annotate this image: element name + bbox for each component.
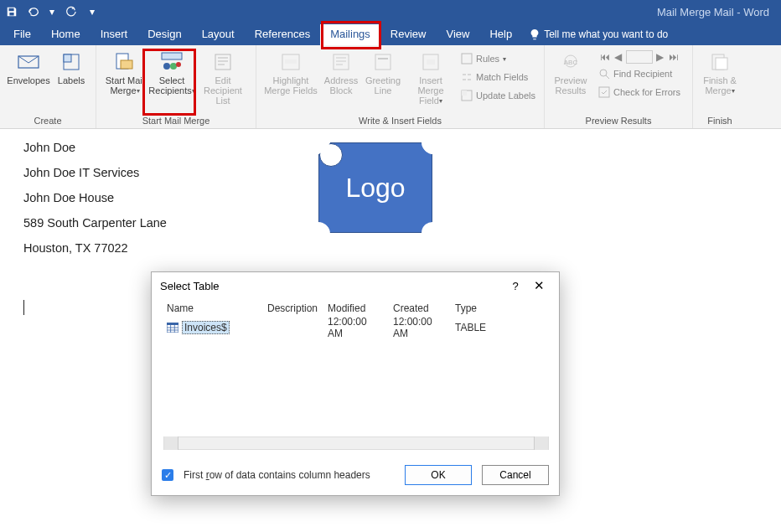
- title-bar: ▾ ▾ Mail Merge Mail - Word: [0, 0, 781, 23]
- dialog-footer: ✓ First row of data contains column head…: [152, 457, 559, 495]
- next-record-icon[interactable]: ▶: [654, 51, 666, 63]
- address-block-icon: [329, 50, 353, 74]
- ok-button[interactable]: OK: [405, 465, 472, 485]
- svg-rect-13: [375, 54, 390, 70]
- tab-home[interactable]: Home: [41, 24, 91, 45]
- col-modified[interactable]: Modified: [323, 302, 388, 314]
- envelopes-button[interactable]: Envelopes: [5, 49, 52, 85]
- tab-design[interactable]: Design: [137, 24, 191, 45]
- start-mail-merge-icon: [113, 50, 137, 74]
- dialog-close-button[interactable]: ✕: [527, 278, 551, 293]
- svg-rect-11: [285, 59, 297, 64]
- highlight-merge-fields-button[interactable]: Highlight Merge Fields: [261, 49, 320, 96]
- svg-rect-5: [162, 53, 182, 59]
- group-label-preview: Preview Results: [545, 114, 692, 128]
- qat-more-icon[interactable]: ▾: [85, 5, 99, 18]
- rules-button[interactable]: Rules▾: [461, 50, 535, 67]
- select-recipients-button[interactable]: Select Recipients▾: [148, 49, 195, 96]
- lightbulb-icon: [529, 28, 540, 40]
- logo-text: Logo: [318, 142, 432, 233]
- table-row[interactable]: Invoices$ 12:00:00 AM 12:00:00 AM TABLE: [162, 319, 549, 336]
- table-list: Name Description Modified Created Type I…: [162, 299, 549, 450]
- finish-merge-icon: [708, 50, 732, 74]
- group-label-startmm: Start Mail Merge: [96, 114, 256, 128]
- ribbon-group-create: Envelopes Labels Create: [0, 45, 96, 128]
- save-icon[interactable]: [5, 5, 18, 18]
- col-name[interactable]: Name: [162, 302, 262, 314]
- find-recipient-icon: [598, 68, 610, 80]
- check-errors-icon: [598, 86, 610, 98]
- preview-results-button[interactable]: ABC Preview Results: [550, 49, 592, 96]
- col-type[interactable]: Type: [450, 302, 500, 314]
- start-mail-merge-button[interactable]: Start Mail Merge▾: [101, 49, 148, 96]
- tab-view[interactable]: View: [436, 24, 479, 45]
- write-insert-stacked: Rules▾ Match Fields Update Labels: [458, 49, 539, 106]
- rules-icon: [461, 53, 473, 65]
- svg-rect-4: [121, 60, 132, 69]
- envelopes-icon: [17, 50, 40, 74]
- first-record-icon[interactable]: ⏮: [599, 51, 611, 63]
- tab-references[interactable]: References: [245, 24, 320, 45]
- tell-me-label: Tell me what you want to do: [544, 28, 668, 40]
- select-table-dialog: Select Table ? ✕ Name Description Modifi…: [151, 271, 560, 496]
- edit-recipient-list-button[interactable]: Edit Recipient List: [195, 49, 251, 106]
- first-row-headers-label: First row of data contains column header…: [184, 469, 370, 481]
- edit-recipient-list-icon: [211, 50, 235, 74]
- update-labels-button[interactable]: Update Labels: [461, 87, 535, 104]
- svg-rect-18: [462, 90, 467, 96]
- dialog-help-button[interactable]: ?: [504, 280, 527, 292]
- ribbon-group-preview: ABC Preview Results ⏮ ◀ ▶ ⏭ Find Recipie…: [545, 45, 693, 128]
- first-row-headers-checkbox[interactable]: ✓: [162, 469, 173, 481]
- ribbon: Envelopes Labels Create Start Mail Merge…: [0, 45, 781, 129]
- find-recipient-button[interactable]: Find Recipient: [598, 65, 680, 82]
- labels-button[interactable]: Labels: [52, 49, 91, 85]
- group-label-create: Create: [0, 114, 96, 128]
- window-title: Mail Merge Mail - Word: [99, 6, 776, 18]
- record-number-input[interactable]: [626, 50, 653, 64]
- tab-review[interactable]: Review: [380, 24, 437, 45]
- table-row-type: TABLE: [450, 322, 500, 333]
- select-recipients-icon: [160, 50, 184, 74]
- ribbon-group-write-insert: Highlight Merge Fields Address Block Gre…: [256, 45, 545, 128]
- col-created[interactable]: Created: [388, 302, 450, 314]
- col-description[interactable]: Description: [262, 302, 323, 314]
- preview-results-icon: ABC: [559, 50, 582, 74]
- ribbon-group-start-mail-merge: Start Mail Merge▾ Select Recipients▾ Edi…: [96, 45, 256, 128]
- insert-merge-field-button[interactable]: Insert Merge Field▾: [404, 49, 458, 106]
- horizontal-scrollbar[interactable]: [163, 436, 549, 450]
- cancel-button[interactable]: Cancel: [482, 465, 549, 485]
- prev-record-icon[interactable]: ◀: [613, 51, 624, 63]
- undo-icon[interactable]: [27, 5, 40, 18]
- greeting-line-button[interactable]: Greeting Line: [362, 49, 404, 96]
- tab-mailings[interactable]: Mailings: [320, 24, 380, 45]
- last-record-icon[interactable]: ⏭: [668, 51, 680, 63]
- check-errors-button[interactable]: Check for Errors: [598, 84, 680, 101]
- tab-layout[interactable]: Layout: [192, 24, 245, 45]
- svg-rect-24: [716, 58, 727, 70]
- svg-rect-15: [427, 59, 435, 65]
- qat-dropdown-icon[interactable]: ▾: [49, 5, 55, 18]
- finish-merge-button[interactable]: Finish & Merge▾: [698, 49, 742, 96]
- quick-access-toolbar: ▾ ▾: [5, 5, 99, 18]
- tab-file[interactable]: File: [3, 24, 41, 45]
- table-row-created: 12:00:00 AM: [388, 316, 450, 339]
- tab-help[interactable]: Help: [479, 24, 522, 45]
- svg-rect-2: [64, 54, 71, 62]
- record-navigation: ⏮ ◀ ▶ ⏭: [595, 50, 684, 64]
- tell-me-search[interactable]: Tell me what you want to do: [522, 28, 675, 45]
- tab-insert[interactable]: Insert: [91, 24, 138, 45]
- table-row-name: Invoices$: [182, 321, 230, 334]
- svg-point-8: [176, 62, 181, 67]
- svg-rect-12: [334, 54, 349, 70]
- dialog-title: Select Table: [160, 280, 220, 292]
- logo-shape: Logo: [318, 142, 432, 233]
- redo-icon[interactable]: [64, 5, 77, 18]
- greeting-line-icon: [371, 50, 395, 74]
- table-icon: [167, 323, 178, 333]
- address-block-button[interactable]: Address Block: [320, 49, 362, 96]
- match-fields-button[interactable]: Match Fields: [461, 69, 535, 85]
- insert-merge-field-icon: [419, 50, 442, 74]
- svg-rect-9: [215, 54, 230, 70]
- match-fields-icon: [461, 71, 473, 83]
- update-labels-icon: [461, 90, 473, 101]
